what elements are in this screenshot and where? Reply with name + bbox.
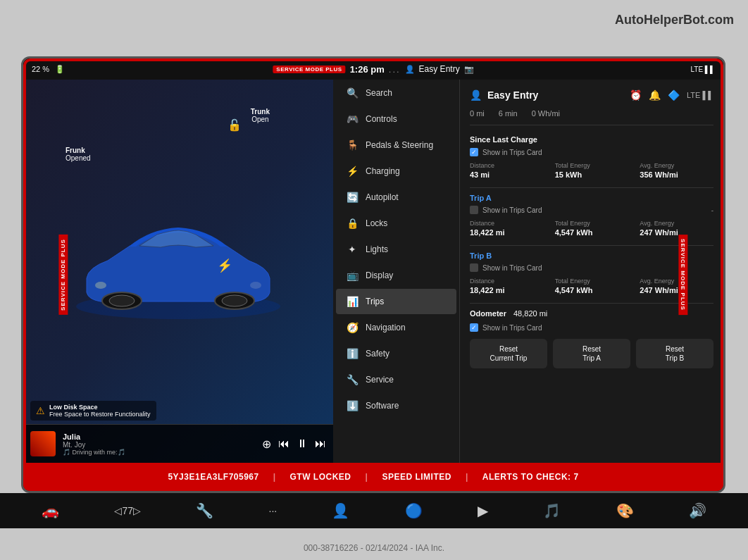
controls-icon: 🎮 [346, 113, 359, 125]
easy-entry-title: 👤 Easy Entry [470, 89, 538, 101]
song-album: Mt. Joy [63, 441, 255, 449]
bluetooth-icon: 🔷 [668, 89, 680, 101]
pedals-icon: 🪑 [346, 139, 359, 151]
alert-separator-3: | [466, 472, 468, 482]
trip-a-label: Trip A [470, 194, 713, 202]
screen-bezel: SERVICE MODE PLUS SERVICE MODE PLUS 22 %… [21, 56, 725, 493]
menu-item-display[interactable]: 📺 Display [336, 263, 456, 288]
trip-a-section: Trip A Show in Trips Card - Distance 18,… [470, 194, 713, 237]
trunk-label: Trunk Open [251, 108, 270, 123]
menu-item-service[interactable]: 🔧 Service [336, 367, 456, 392]
trip-a-avg: Avg. Energy 247 Wh/mi [640, 220, 713, 237]
taskbar-more-icon[interactable]: ··· [269, 505, 278, 516]
music-player: Julia Mt. Joy 🎵 Driving with me:🎵 ⊕ ⏮ ⏸ … [23, 424, 333, 463]
easy-entry-label: Easy Entry [419, 64, 460, 74]
top-bar-left: 22 % 🔋 [32, 65, 65, 74]
trip-a-avg-value: 247 Wh/mi [640, 228, 713, 237]
trunk-title: Trunk [251, 108, 270, 116]
checkbox-a[interactable] [470, 206, 478, 214]
taskbar-bluetooth-icon[interactable]: 🔵 [405, 502, 423, 519]
display-icon: 📺 [346, 270, 359, 281]
trip-a-distance: Distance 18,422 mi [470, 220, 544, 237]
since-last-charge-section: Since Last Charge ✓ Show in Trips Card D… [470, 135, 713, 179]
service-mode-badge: SERVICE MODE PLUS [273, 66, 345, 73]
right-content: 🔍 Search 🎮 Controls 🪑 Pedals & Steering … [333, 80, 723, 463]
svg-point-7 [250, 282, 261, 289]
trip-a-energy: Total Energy 4,547 kWh [555, 220, 629, 237]
odometer-row: Odometer 48,820 mi [470, 309, 713, 318]
taskbar-palette-icon[interactable]: 🎨 [616, 502, 634, 519]
top-bar: 22 % 🔋 SERVICE MODE PLUS 1:26 pm ... 👤 E… [23, 58, 723, 80]
reset-current-trip-button[interactable]: ResetCurrent Trip [470, 339, 547, 368]
trip-b-energy-label: Total Energy [555, 278, 629, 285]
prev-button[interactable]: ⏮ [278, 437, 289, 450]
menu-item-lights[interactable]: ✦ Lights [336, 237, 456, 262]
stat-energy: 0 Wh/mi [532, 109, 560, 118]
checkbox-slc[interactable]: ✓ [470, 148, 478, 156]
trip-b-metrics: Distance 18,422 mi Total Energy 4,547 kW… [470, 278, 713, 294]
user-icon: 👤 [470, 89, 482, 101]
trip-b-avg: Avg. Energy 247 Wh/mi [640, 278, 713, 294]
menu-item-pedals[interactable]: 🪑 Pedals & Steering [336, 132, 456, 158]
menu-item-locks[interactable]: 🔒 Locks [336, 211, 456, 236]
header-icons: ⏰ 🔔 🔷 LTE ▌▌ [630, 89, 713, 101]
add-button[interactable]: ⊕ [262, 437, 271, 451]
search-icon: 🔍 [346, 87, 359, 99]
taskbar-wrench-icon[interactable]: 🔧 [196, 502, 213, 519]
reset-trip-a-button[interactable]: ResetTrip A [553, 339, 630, 368]
menu-item-software[interactable]: ⬇️ Software [336, 393, 456, 418]
taskbar-music-icon[interactable]: 🎵 [543, 502, 561, 519]
time-display: 1:26 pm [350, 64, 385, 75]
divider-3 [470, 303, 713, 304]
menu-item-charging[interactable]: ⚡ Charging [336, 158, 456, 184]
service-icon: 🔧 [346, 374, 359, 385]
taskbar-car-icon[interactable]: 🚗 [42, 502, 59, 519]
top-bar-center: SERVICE MODE PLUS 1:26 pm ... 👤 Easy Ent… [273, 64, 473, 75]
trip-b-section: Trip B Show in Trips Card Distance 18,42… [470, 251, 713, 294]
alert-separator-1: | [273, 472, 276, 482]
bottom-info: 000-38716226 - 02/14/2024 - IAA Inc. [304, 543, 444, 553]
service-mode-label-left: SERVICE MODE PLUS [58, 235, 68, 315]
profile-icon: 👤 [405, 65, 415, 74]
checkbox-odo[interactable]: ✓ [470, 323, 478, 332]
stat-time: 6 min [499, 109, 518, 118]
svg-point-6 [95, 282, 106, 289]
menu-item-safety[interactable]: ℹ️ Safety [336, 341, 456, 366]
pause-button[interactable]: ⏸ [297, 437, 308, 450]
show-trips-label-b: Show in Trips Card [482, 264, 542, 272]
warning-title: Low Disk Space [49, 404, 151, 411]
next-button[interactable]: ⏭ [315, 437, 326, 450]
menu-item-autopilot[interactable]: 🔄 Autopilot [336, 185, 456, 210]
reset-trip-b-button[interactable]: ResetTrip B [636, 339, 713, 368]
show-trips-row-a: Show in Trips Card - [470, 206, 713, 214]
status-speed-limited: SPEED LIMITED [382, 472, 451, 482]
signal-icon: LTE ▌▌ [690, 66, 715, 73]
locks-icon: 🔒 [346, 218, 359, 229]
trip-a-distance-label: Distance [470, 220, 544, 227]
slc-energy: Total Energy 15 kWh [555, 162, 629, 179]
warning-text-area: Low Disk Space Free Space to Restore Fun… [49, 404, 151, 418]
vin: 5YJ3E1EA3LF705967 [168, 472, 258, 482]
taskbar: 🚗 ◁77▷ 🔧 ··· 👤 🔵 ▶ 🎵 🎨 🔊 [0, 493, 748, 528]
taskbar-play-icon[interactable]: ▶ [478, 502, 488, 519]
odometer-label: Odometer [470, 309, 506, 318]
trips-icon: 📊 [346, 296, 359, 307]
checkbox-b[interactable] [470, 263, 478, 272]
menu-item-trips[interactable]: 📊 Trips [336, 289, 456, 314]
taskbar-volume-icon[interactable]: 🔊 [689, 502, 706, 519]
taskbar-profile-icon[interactable]: 👤 [332, 502, 349, 519]
music-controls[interactable]: ⊕ ⏮ ⏸ ⏭ [262, 437, 326, 451]
menu-item-search[interactable]: 🔍 Search [336, 80, 456, 106]
software-icon: ⬇️ [346, 400, 359, 411]
low-disk-warning: ⚠ Low Disk Space Free Space to Restore F… [30, 401, 156, 421]
slc-avg: Avg. Energy 356 Wh/mi [640, 162, 713, 179]
slc-avg-label: Avg. Energy [640, 162, 713, 169]
slc-metrics: Distance 43 mi Total Energy 15 kWh Avg. … [470, 162, 713, 179]
tesla-car-svg: ⚡ [66, 208, 291, 335]
trip-a-metrics: Distance 18,422 mi Total Energy 4,547 kW… [470, 220, 713, 237]
battery-icon: 🔋 [55, 65, 65, 74]
menu-item-controls[interactable]: 🎮 Controls [336, 106, 456, 132]
menu-item-navigation[interactable]: 🧭 Navigation [336, 315, 456, 340]
show-trips-label-slc: Show in Trips Card [482, 149, 542, 156]
alert-bar: 5YJ3E1EA3LF705967 | GTW LOCKED | SPEED L… [23, 463, 723, 491]
